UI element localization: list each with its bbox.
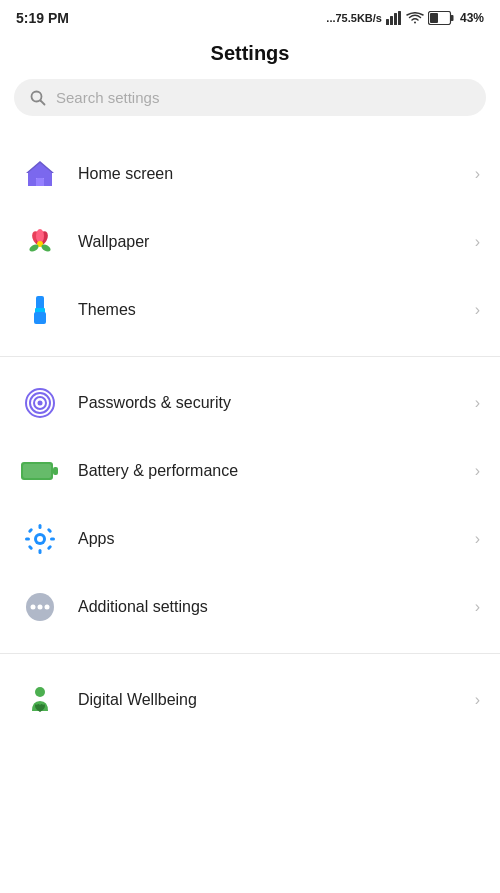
additional-icon [20,587,60,627]
battery-perf-icon [20,451,60,491]
settings-item-home-screen[interactable]: Home screen › [0,140,500,208]
svg-point-13 [36,229,44,243]
svg-rect-29 [39,524,42,529]
page-title: Settings [0,32,500,79]
svg-rect-5 [450,15,453,21]
svg-rect-19 [34,312,46,324]
battery-icon [428,11,454,25]
signal-icon [386,11,402,25]
svg-point-40 [45,605,50,610]
status-bar: 5:19 PM ...75.5KB/s 43% [0,0,500,32]
wifi-icon [406,12,424,25]
divider-1 [0,356,500,357]
settings-item-wallpaper[interactable]: Wallpaper › [0,208,500,276]
search-icon [30,90,46,106]
apps-chevron: › [475,530,480,548]
passwords-chevron: › [475,394,480,412]
network-speed: ...75.5KB/s [326,12,382,24]
section-wellbeing: Digital Wellbeing › [0,662,500,738]
svg-rect-34 [47,528,53,534]
divider-2 [0,653,500,654]
svg-rect-1 [390,16,393,25]
wallpaper-icon [20,222,60,262]
svg-rect-2 [394,13,397,25]
home-screen-label: Home screen [78,165,475,183]
wellbeing-chevron: › [475,691,480,709]
section-system: Passwords & security › Battery & perform… [0,365,500,645]
svg-line-8 [41,100,45,104]
apps-icon [20,519,60,559]
svg-rect-3 [398,11,401,25]
themes-label: Themes [78,301,475,319]
svg-rect-35 [28,545,34,551]
search-bar[interactable]: Search settings [14,79,486,116]
section-personalization: Home screen › Wallpaper › [0,136,500,348]
battery-chevron: › [475,462,480,480]
passwords-icon [20,383,60,423]
svg-point-23 [38,401,43,406]
additional-label: Additional settings [78,598,475,616]
svg-point-28 [37,536,43,542]
themes-chevron: › [475,301,480,319]
apps-label: Apps [78,530,475,548]
svg-point-38 [31,605,36,610]
settings-item-wellbeing[interactable]: Digital Wellbeing › [0,666,500,734]
svg-rect-0 [386,19,389,25]
passwords-label: Passwords & security [78,394,475,412]
additional-chevron: › [475,598,480,616]
settings-item-themes[interactable]: Themes › [0,276,500,344]
svg-rect-26 [23,464,51,478]
settings-item-additional[interactable]: Additional settings › [0,573,500,641]
svg-rect-36 [47,545,53,551]
wallpaper-chevron: › [475,233,480,251]
svg-rect-33 [28,528,34,534]
settings-item-apps[interactable]: Apps › [0,505,500,573]
home-screen-chevron: › [475,165,480,183]
svg-rect-30 [39,549,42,554]
svg-rect-31 [25,538,30,541]
settings-item-passwords[interactable]: Passwords & security › [0,369,500,437]
wallpaper-label: Wallpaper [78,233,475,251]
battery-percent: 43% [460,11,484,25]
svg-point-39 [38,605,43,610]
wellbeing-icon [20,680,60,720]
svg-rect-25 [53,467,58,475]
battery-label: Battery & performance [78,462,475,480]
search-placeholder: Search settings [56,89,159,106]
status-time: 5:19 PM [16,10,69,26]
status-right: ...75.5KB/s 43% [326,11,484,25]
themes-icon [20,290,60,330]
svg-rect-9 [36,178,44,186]
settings-item-battery[interactable]: Battery & performance › [0,437,500,505]
wellbeing-label: Digital Wellbeing [78,691,475,709]
svg-rect-6 [430,13,438,23]
svg-rect-32 [50,538,55,541]
svg-point-41 [35,687,45,697]
svg-rect-17 [36,296,44,310]
home-screen-icon [20,154,60,194]
